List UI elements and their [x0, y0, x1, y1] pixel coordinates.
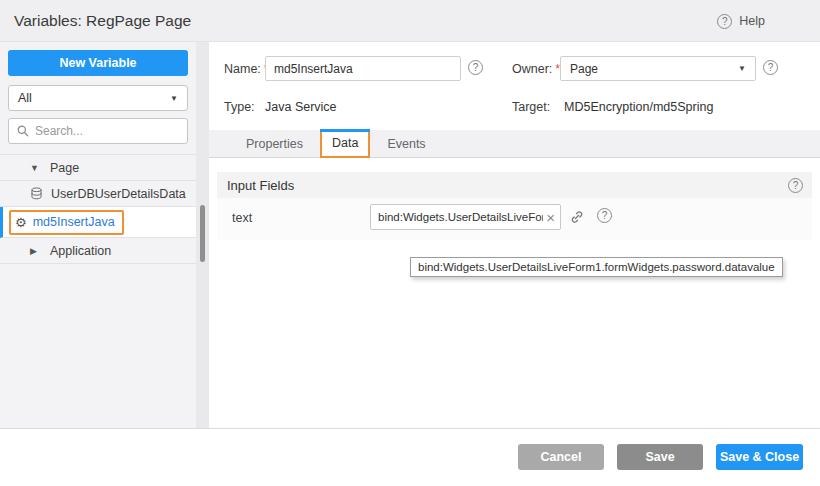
target-label: Target:: [512, 100, 550, 114]
type-value: Java Service: [265, 100, 337, 114]
tab-strip: Properties Data Events: [209, 130, 820, 158]
chevron-down-icon: ▼: [170, 94, 178, 103]
tree-item-label: Application: [50, 244, 111, 258]
tab-properties[interactable]: Properties: [229, 130, 320, 157]
help-label: Help: [739, 14, 765, 28]
input-fields-help-icon[interactable]: ?: [788, 178, 803, 193]
variables-sidebar: New Variable All ▼ ▼ Page UserDBUserDeta…: [0, 42, 196, 429]
help-button[interactable]: ? Help: [717, 0, 765, 42]
field-name-label: text: [232, 211, 252, 225]
name-label: Name:*: [224, 62, 269, 76]
new-variable-button[interactable]: New Variable: [8, 50, 188, 76]
chevron-down-icon: ▼: [738, 64, 746, 73]
annotation-highlight-box: ⚙ md5InsertJava: [9, 210, 124, 235]
filter-dropdown-value: All: [18, 91, 32, 105]
cancel-button[interactable]: Cancel: [518, 444, 604, 470]
save-button[interactable]: Save: [617, 444, 703, 470]
scrollbar-thumb[interactable]: [200, 205, 205, 262]
input-fields-header: Input Fields ?: [217, 172, 812, 198]
tree-item-label: md5InsertJava: [33, 215, 115, 229]
name-help-icon[interactable]: ?: [468, 60, 483, 75]
tree-item-md5insertjava[interactable]: ⚙ md5InsertJava: [0, 207, 196, 238]
help-icon[interactable]: ?: [717, 14, 732, 29]
bind-expression-tooltip: bind:Widgets.UserDetailsLiveForm1.formWi…: [410, 257, 783, 277]
dialog-footer: Cancel Save Save & Close: [0, 430, 820, 486]
target-value: MD5Encryption/md5Spring: [564, 100, 713, 114]
owner-dropdown[interactable]: Page ▼: [560, 56, 756, 81]
tab-data[interactable]: Data: [320, 130, 370, 158]
search-input[interactable]: [35, 124, 179, 138]
java-service-gear-icon: ⚙: [15, 215, 27, 230]
page-title: Variables: RegPage Page: [14, 12, 191, 30]
search-icon: [17, 125, 29, 137]
tree-item-userdbuserdetailsdata[interactable]: UserDBUserDetailsData: [0, 181, 196, 207]
caret-down-icon[interactable]: ▼: [30, 163, 40, 173]
caret-right-icon[interactable]: ▶: [30, 246, 40, 256]
owner-dropdown-value: Page: [570, 62, 598, 76]
tree-item-application[interactable]: ▶ Application: [0, 238, 196, 264]
bind-link-icon[interactable]: [569, 209, 585, 225]
tree-item-label: UserDBUserDetailsData: [51, 187, 186, 201]
input-fields-section: Input Fields ? text × ? bind:Widgets.Use…: [217, 172, 812, 240]
input-fields-title: Input Fields: [227, 178, 294, 193]
save-and-close-button[interactable]: Save & Close: [716, 444, 803, 470]
owner-help-icon[interactable]: ?: [763, 60, 778, 75]
input-field-row: text × ? bind:Widgets.UserDetailsLiveFor…: [217, 198, 812, 240]
sidebar-scrollbar[interactable]: [196, 42, 209, 429]
tree-item-page[interactable]: ▼ Page: [0, 155, 196, 181]
type-label: Type:: [224, 100, 255, 114]
variables-tree: ▼ Page UserDBUserDetailsData ⚙ md5Insert…: [0, 154, 196, 264]
filter-dropdown[interactable]: All ▼: [8, 85, 188, 111]
variable-detail-panel: Name:* ? Owner:* Page ▼ ? Type: Java Ser…: [209, 42, 820, 429]
tab-events[interactable]: Events: [370, 130, 442, 157]
owner-label: Owner:*: [512, 62, 560, 76]
dialog-header: Variables: RegPage Page ? Help: [0, 0, 820, 42]
bind-value-input[interactable]: [378, 211, 543, 223]
clear-icon[interactable]: ×: [543, 210, 555, 225]
field-help-icon[interactable]: ?: [597, 208, 612, 223]
database-icon: [30, 187, 43, 200]
bind-value-field[interactable]: ×: [370, 204, 561, 230]
tree-item-label: Page: [50, 161, 79, 175]
name-field[interactable]: [265, 56, 461, 81]
search-box[interactable]: [8, 118, 188, 144]
